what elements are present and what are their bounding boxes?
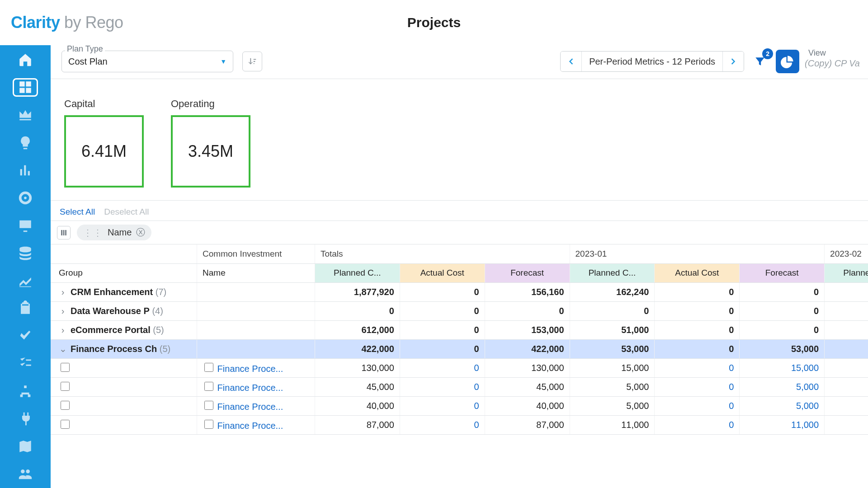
group-row[interactable]: ⌄Finance Process Ch (5)422,0000422,00053… xyxy=(51,339,868,358)
item-row[interactable]: Finance Proce...87,000087,00011,000011,0… xyxy=(51,415,868,434)
cell-value[interactable]: 5,00 xyxy=(825,396,868,415)
col-totals-planned[interactable]: Planned C... xyxy=(315,263,400,282)
cell-value[interactable]: 5,000 xyxy=(570,396,655,415)
chevron-down-icon[interactable]: ⌄ xyxy=(59,343,67,354)
chip-remove-icon[interactable]: ⓧ xyxy=(136,226,145,239)
item-row[interactable]: Finance Proce...40,000040,0005,00005,000… xyxy=(51,396,868,415)
cell-value: 53,000 xyxy=(570,339,655,358)
cell-value[interactable]: 11,000 xyxy=(570,415,655,434)
cell-value[interactable]: 45,000 xyxy=(485,377,570,396)
sidebar-item-grid[interactable] xyxy=(13,78,38,97)
row-checkbox[interactable] xyxy=(204,363,213,372)
col-totals-forecast[interactable]: Forecast xyxy=(485,263,570,282)
plan-type-select[interactable]: Cost Plan ▼ xyxy=(61,51,233,72)
cell-value: 0 xyxy=(655,320,740,339)
sidebar-item-tasks[interactable] xyxy=(13,355,38,372)
grid-icon xyxy=(18,80,33,95)
cell-value[interactable]: 40,000 xyxy=(315,396,400,415)
cell-value[interactable]: 0 xyxy=(400,377,485,396)
cell-value[interactable]: 0 xyxy=(400,358,485,377)
plan-type-value: Cost Plan xyxy=(68,56,108,67)
item-row[interactable]: Finance Proce...45,000045,0005,00005,000… xyxy=(51,377,868,396)
row-checkbox[interactable] xyxy=(61,382,70,391)
filter-button[interactable]: 2 xyxy=(750,51,770,72)
sidebar-item-plug[interactable] xyxy=(13,410,38,427)
sidebar-item-trend[interactable] xyxy=(13,272,38,290)
cell-value[interactable]: 10,00 xyxy=(825,377,868,396)
col-totals-actual[interactable]: Actual Cost xyxy=(400,263,485,282)
col-p1-forecast[interactable]: Forecast xyxy=(740,263,825,282)
col-p1-actual[interactable]: Actual Cost xyxy=(655,263,740,282)
group-row[interactable]: ›eCommerce Portal (5)612,0000153,00051,0… xyxy=(51,320,868,339)
cell-value[interactable]: 15,000 xyxy=(570,358,655,377)
row-checkbox[interactable] xyxy=(61,401,70,410)
col-group[interactable]: Group xyxy=(51,263,197,282)
sidebar-item-map[interactable] xyxy=(13,437,38,455)
sidebar-item-target[interactable] xyxy=(13,189,38,207)
group-row[interactable]: ›Data Warehouse P (4)000000 xyxy=(51,301,868,320)
sidebar-item-crown[interactable] xyxy=(13,107,38,124)
sidebar-item-check[interactable] xyxy=(13,327,38,345)
sidebar-item-clipboard[interactable] xyxy=(13,300,38,317)
cell-value[interactable]: 40,000 xyxy=(485,396,570,415)
cell-value[interactable]: 87,000 xyxy=(485,415,570,434)
col-p1-planned[interactable]: Planned C... xyxy=(570,263,655,282)
sidebar-item-bars[interactable] xyxy=(13,162,38,179)
sort-button[interactable] xyxy=(242,52,262,71)
cell-value: 0 xyxy=(655,339,740,358)
cell-value[interactable]: 0 xyxy=(655,358,740,377)
item-name-link[interactable]: Finance Proce... xyxy=(217,402,283,412)
col-common-investment: Common Investment xyxy=(197,244,315,263)
row-checkbox[interactable] xyxy=(204,420,213,429)
sidebar-item-db[interactable] xyxy=(13,244,38,262)
sidebar-item-hierarchy[interactable] xyxy=(13,382,38,400)
metric-navigator: Per-Period Metrics - 12 Periods xyxy=(560,51,744,72)
metric-next-button[interactable] xyxy=(723,52,744,71)
cell-value[interactable]: 0 xyxy=(655,415,740,434)
item-name-link[interactable]: Finance Proce... xyxy=(217,421,283,431)
select-all-link[interactable]: Select All xyxy=(60,207,95,217)
view-field[interactable]: View (Copy) CP Va xyxy=(805,55,860,69)
column-picker-button[interactable] xyxy=(57,226,71,239)
col-period-1: 2023-01 xyxy=(570,244,825,263)
sidebar-item-monitor[interactable] xyxy=(13,217,38,235)
brand-by-rego: by Rego xyxy=(60,13,123,32)
item-name-link[interactable]: Finance Proce... xyxy=(217,383,283,393)
group-row[interactable]: ›CRM Enhancement (7)1,877,9200156,160162… xyxy=(51,282,868,301)
row-checkbox[interactable] xyxy=(61,420,70,429)
cell-value[interactable]: 0 xyxy=(400,396,485,415)
cell-value: 422,000 xyxy=(485,339,570,358)
col-name[interactable]: Name xyxy=(197,263,315,282)
sidebar-item-idea[interactable] xyxy=(13,134,38,152)
sidebar-item-people[interactable] xyxy=(13,465,38,483)
row-checkbox[interactable] xyxy=(204,382,213,391)
cell-value[interactable]: 130,000 xyxy=(315,358,400,377)
cell-value[interactable]: 11,000 xyxy=(740,415,825,434)
cell-value[interactable]: 130,000 xyxy=(485,358,570,377)
sidebar-item-home[interactable] xyxy=(13,51,38,68)
cell-value[interactable]: 15,000 xyxy=(740,358,825,377)
metric-prev-button[interactable] xyxy=(561,52,581,71)
cell-value[interactable]: 45,000 xyxy=(315,377,400,396)
cell-value[interactable]: 5,000 xyxy=(740,377,825,396)
group-chip-name[interactable]: ⋮⋮ Name ⓧ xyxy=(77,225,151,240)
cell-value[interactable]: 5,000 xyxy=(740,396,825,415)
cell-value[interactable]: 87,000 xyxy=(315,415,400,434)
item-row[interactable]: Finance Proce...130,0000130,00015,000015… xyxy=(51,358,868,377)
chart-toggle-button[interactable] xyxy=(776,50,799,73)
chevron-right-icon[interactable]: › xyxy=(59,306,67,316)
col-p2-planned[interactable]: Planned C... xyxy=(825,263,868,282)
row-checkbox[interactable] xyxy=(61,363,70,372)
cell-value[interactable]: 25,00 xyxy=(825,358,868,377)
item-name-link[interactable]: Finance Proce... xyxy=(217,364,283,374)
chevron-right-icon[interactable]: › xyxy=(59,325,67,335)
row-checkbox[interactable] xyxy=(204,401,213,410)
cell-value[interactable]: 10,00 xyxy=(825,415,868,434)
chevron-right-icon[interactable]: › xyxy=(59,287,67,297)
cell-value[interactable]: 5,000 xyxy=(570,377,655,396)
page-title: Projects xyxy=(0,15,868,30)
cell-value[interactable]: 0 xyxy=(655,396,740,415)
cell-value[interactable]: 0 xyxy=(400,415,485,434)
cell-value: 0 xyxy=(740,301,825,320)
cell-value[interactable]: 0 xyxy=(655,377,740,396)
